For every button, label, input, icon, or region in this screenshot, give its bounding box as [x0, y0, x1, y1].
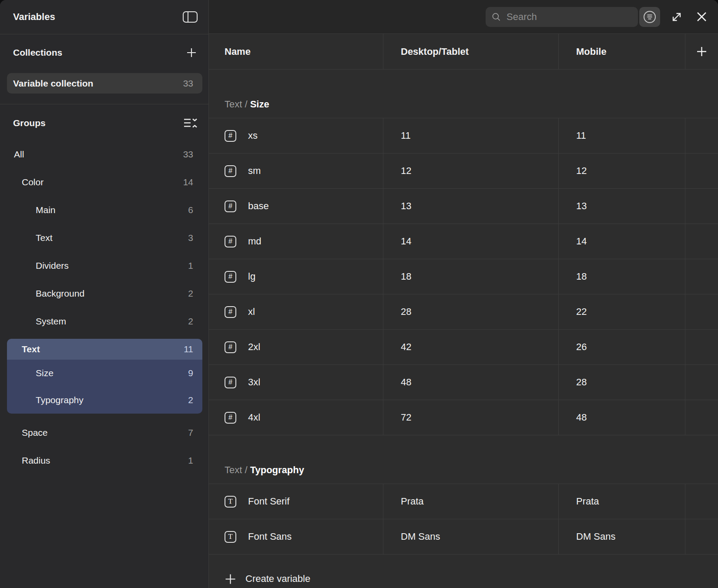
variable-name-cell[interactable]: TFont Serif — [209, 484, 383, 519]
value-text: 28 — [576, 377, 587, 388]
sidebar-group-system[interactable]: System2 — [0, 307, 208, 335]
value-text: 48 — [401, 377, 411, 388]
variable-name: base — [248, 200, 269, 212]
sidebar-group-text[interactable]: Text11 — [7, 339, 202, 360]
group-item-count: 14 — [183, 177, 208, 187]
sidebar-group-background[interactable]: Background2 — [0, 280, 208, 307]
value-mobile[interactable]: Prata — [559, 484, 685, 519]
group-item-count: 7 — [188, 428, 208, 438]
variable-name-cell[interactable]: #sm — [209, 154, 383, 188]
group-name: Size — [250, 99, 269, 110]
add-mode-button[interactable] — [685, 34, 718, 69]
add-collection-button[interactable] — [186, 47, 197, 58]
sidebar-group-text[interactable]: Text3 — [0, 224, 208, 252]
group-path-prefix: Text / — [225, 464, 250, 476]
expand-button[interactable] — [670, 10, 683, 23]
group-path-prefix: Text / — [225, 99, 250, 110]
value-mobile[interactable]: 22 — [559, 294, 685, 329]
value-mobile[interactable]: 11 — [559, 118, 685, 153]
sidebar-group-dividers[interactable]: Dividers1 — [0, 252, 208, 280]
plus-icon — [225, 573, 236, 585]
variable-name-cell[interactable]: #xl — [209, 294, 383, 329]
value-desktop-tablet[interactable]: 72 — [383, 400, 559, 435]
number-variable-icon: # — [225, 165, 236, 177]
empty-cell — [685, 365, 718, 400]
variable-name: 3xl — [248, 377, 260, 388]
value-mobile[interactable]: DM Sans — [559, 519, 685, 554]
variable-name-cell[interactable]: #base — [209, 189, 383, 224]
value-text: 42 — [401, 341, 411, 353]
collapse-groups-button[interactable] — [183, 117, 197, 129]
group-item-label: Space — [22, 428, 48, 438]
sidebar-toggle-icon[interactable] — [183, 11, 198, 23]
variable-name-cell[interactable]: #2xl — [209, 330, 383, 364]
collections-label: Collections — [13, 47, 62, 58]
sidebar-group-main[interactable]: Main6 — [0, 196, 208, 224]
create-variable-button[interactable]: Create variable — [209, 555, 718, 588]
search-box[interactable] — [486, 7, 638, 27]
group-header-typography: Text / Typography — [209, 435, 718, 484]
empty-cell — [685, 154, 718, 188]
value-text: 11 — [401, 130, 411, 141]
variable-name-cell[interactable]: #4xl — [209, 400, 383, 435]
value-desktop-tablet[interactable]: 14 — [383, 224, 559, 259]
value-desktop-tablet[interactable]: 11 — [383, 118, 559, 153]
value-desktop-tablet[interactable]: DM Sans — [383, 519, 559, 554]
value-mobile[interactable]: 14 — [559, 224, 685, 259]
value-mobile[interactable]: 26 — [559, 330, 685, 364]
group-item-label: Text — [36, 233, 53, 243]
value-desktop-tablet[interactable]: 48 — [383, 365, 559, 400]
value-mobile[interactable]: 48 — [559, 400, 685, 435]
variable-name-cell[interactable]: #xs — [209, 118, 383, 153]
sidebar-group-color[interactable]: Color14 — [0, 168, 208, 196]
column-header-desktop-tablet[interactable]: Desktop/Tablet — [383, 34, 559, 69]
search-group — [486, 7, 670, 27]
value-desktop-tablet[interactable]: 18 — [383, 259, 559, 294]
value-text: 22 — [576, 306, 587, 317]
sidebar-group-space[interactable]: Space7 — [0, 419, 208, 447]
filter-button[interactable] — [639, 7, 660, 27]
value-desktop-tablet[interactable]: 12 — [383, 154, 559, 188]
value-mobile[interactable]: 18 — [559, 259, 685, 294]
value-mobile[interactable]: 13 — [559, 189, 685, 224]
value-text: Prata — [576, 496, 599, 507]
variable-name-cell[interactable]: #md — [209, 224, 383, 259]
variables-modal: Variables Collections Variable collectio… — [0, 0, 718, 588]
sidebar-group-typography[interactable]: Typography2 — [7, 387, 202, 414]
value-mobile[interactable]: 12 — [559, 154, 685, 188]
number-variable-icon: # — [225, 271, 236, 283]
close-button[interactable] — [696, 11, 708, 23]
variable-name-cell[interactable]: TFont Sans — [209, 519, 383, 554]
collection-item-variable-collection[interactable]: Variable collection 33 — [7, 73, 202, 94]
group-item-label: Background — [36, 288, 84, 299]
value-desktop-tablet[interactable]: 42 — [383, 330, 559, 364]
empty-cell — [685, 484, 718, 519]
collections-header: Collections — [0, 43, 208, 62]
table-header: Name Desktop/Tablet Mobile — [209, 34, 718, 70]
value-desktop-tablet[interactable]: 28 — [383, 294, 559, 329]
sidebar-group-all[interactable]: All33 — [0, 140, 208, 168]
value-text: 11 — [576, 130, 586, 141]
variable-name: Font Sans — [248, 531, 292, 542]
value-text: 12 — [576, 165, 587, 177]
variable-name-cell[interactable]: #3xl — [209, 365, 383, 400]
sidebar-group-radius[interactable]: Radius1 — [0, 447, 208, 474]
value-text: 13 — [576, 200, 587, 212]
value-desktop-tablet[interactable]: 13 — [383, 189, 559, 224]
string-variable-icon: T — [225, 531, 236, 543]
group-header-size: Text / Size — [209, 70, 718, 118]
value-text: DM Sans — [401, 531, 440, 542]
group-item-label: Text — [22, 344, 40, 354]
value-text: 26 — [576, 341, 587, 353]
variable-name-cell[interactable]: #lg — [209, 259, 383, 294]
column-header-mobile[interactable]: Mobile — [559, 34, 685, 69]
value-text: 13 — [401, 200, 411, 212]
group-item-count: 1 — [188, 455, 208, 466]
search-input[interactable] — [507, 11, 632, 23]
group-item-count: 9 — [188, 368, 202, 378]
group-item-label: All — [14, 149, 24, 160]
plus-icon — [186, 47, 197, 58]
value-desktop-tablet[interactable]: Prata — [383, 484, 559, 519]
sidebar-group-size[interactable]: Size9 — [7, 360, 202, 387]
value-mobile[interactable]: 28 — [559, 365, 685, 400]
